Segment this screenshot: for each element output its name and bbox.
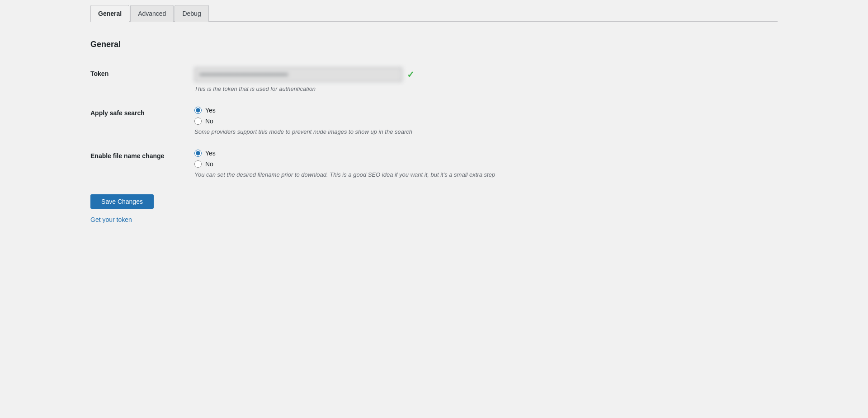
safe-search-no-radio[interactable] xyxy=(194,117,202,125)
token-input-wrapper: ✓ xyxy=(194,67,773,82)
safe-search-description: Some providers support this mode to prev… xyxy=(194,128,773,135)
settings-table: Token ✓ This is the token that is used f… xyxy=(90,60,778,185)
filename-change-yes-label: Yes xyxy=(205,150,216,157)
token-description: This is the token that is used for authe… xyxy=(194,85,773,92)
save-button[interactable]: Save Changes xyxy=(90,194,154,209)
safe-search-yes-radio[interactable] xyxy=(194,107,202,114)
safe-search-no-option[interactable]: No xyxy=(194,117,773,125)
tab-debug[interactable]: Debug xyxy=(175,5,208,22)
filename-change-yes-option[interactable]: Yes xyxy=(194,150,773,157)
safe-search-radio-group: Yes No xyxy=(194,107,773,125)
token-input[interactable] xyxy=(194,67,402,82)
filename-change-cell: Yes No You can set the desired filename … xyxy=(190,142,778,185)
tabs-nav: General Advanced Debug xyxy=(90,0,778,22)
safe-search-label: Apply safe search xyxy=(90,99,190,142)
filename-change-radio-group: Yes No xyxy=(194,150,773,168)
token-valid-icon: ✓ xyxy=(407,69,415,80)
section-title: General xyxy=(90,40,778,49)
filename-change-no-option[interactable]: No xyxy=(194,160,773,168)
tab-general[interactable]: General xyxy=(90,5,129,22)
safe-search-cell: Yes No Some providers support this mode … xyxy=(190,99,778,142)
token-row: Token ✓ This is the token that is used f… xyxy=(90,60,778,99)
token-label: Token xyxy=(90,60,190,99)
get-token-link[interactable]: Get your token xyxy=(90,216,132,223)
filename-change-label: Enable file name change xyxy=(90,142,190,185)
safe-search-yes-label: Yes xyxy=(205,107,216,114)
safe-search-row: Apply safe search Yes No xyxy=(90,99,778,142)
safe-search-yes-option[interactable]: Yes xyxy=(194,107,773,114)
general-section: General Token ✓ This is the token that i… xyxy=(90,33,778,232)
bottom-section: Save Changes Get your token xyxy=(90,185,778,232)
filename-change-description: You can set the desired filename prior t… xyxy=(194,171,773,178)
token-cell: ✓ This is the token that is used for aut… xyxy=(190,60,778,99)
filename-change-no-radio[interactable] xyxy=(194,160,202,168)
filename-change-yes-radio[interactable] xyxy=(194,150,202,157)
tab-advanced[interactable]: Advanced xyxy=(130,5,174,22)
filename-change-row: Enable file name change Yes No xyxy=(90,142,778,185)
safe-search-no-label: No xyxy=(205,117,213,125)
filename-change-no-label: No xyxy=(205,160,213,168)
